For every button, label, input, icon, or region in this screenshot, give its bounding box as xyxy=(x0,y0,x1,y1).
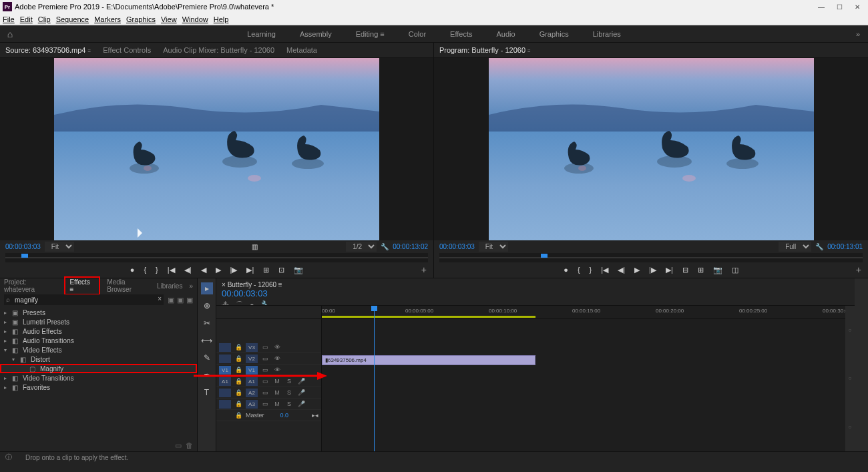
effects-tree-item[interactable]: ▾◧Video Effects xyxy=(0,345,197,355)
video-track-header[interactable]: 🔒V2▭👁 xyxy=(216,353,321,365)
menu-view[interactable]: View xyxy=(161,15,177,23)
new-bin-icon[interactable]: ▭ xyxy=(175,441,182,450)
play-icon[interactable]: ▶ xyxy=(216,266,221,274)
pg-export-frame-icon[interactable]: 📷 xyxy=(713,266,722,274)
tab-metadata[interactable]: Metadata xyxy=(286,46,317,54)
add-marker-icon[interactable]: ● xyxy=(130,266,135,274)
menu-edit[interactable]: Edit xyxy=(20,15,33,23)
workspace-assembly[interactable]: Assembly xyxy=(300,30,332,38)
workspace-graphics[interactable]: Graphics xyxy=(539,30,569,38)
pg-step-back-icon[interactable]: ◀| xyxy=(618,266,625,274)
overwrite-icon[interactable]: ⊡ xyxy=(278,266,284,274)
pg-extract-icon[interactable]: ⊞ xyxy=(698,266,704,274)
timeline-clip[interactable]: ▮ 634937506.mp4 xyxy=(322,355,535,365)
workspace-menu-icon[interactable]: ≡ xyxy=(380,30,384,38)
effects-tree-item[interactable]: ▸▣Presets xyxy=(0,308,197,317)
tab-project[interactable]: Project: whatevera xyxy=(4,278,57,293)
menu-sequence[interactable]: Sequence xyxy=(56,15,89,23)
timeline-zoom-scrollers[interactable]: ○○○ xyxy=(845,306,855,451)
program-zoom-select[interactable]: Full xyxy=(779,242,811,252)
menu-window[interactable]: Window xyxy=(182,15,208,23)
tab-media-browser[interactable]: Media Browser xyxy=(107,278,150,293)
effects-tree-item[interactable]: ▸◧Audio Transitions xyxy=(0,336,197,345)
effects-tree-item[interactable]: ▸▣Lumetri Presets xyxy=(0,317,197,326)
insert-icon[interactable]: ⊞ xyxy=(263,266,269,274)
menu-file[interactable]: File xyxy=(3,15,15,23)
workspace-overflow-icon[interactable]: » xyxy=(848,30,868,38)
button-editor-icon[interactable]: + xyxy=(421,264,427,275)
pg-go-to-in-icon[interactable]: |◀ xyxy=(601,266,608,274)
audio-track-header[interactable]: 🔒A2▭MS🎤 xyxy=(216,387,321,399)
ripple-edit-tool[interactable]: ✂ xyxy=(201,317,213,329)
selection-tool[interactable]: ▸ xyxy=(201,282,213,294)
workspace-effects[interactable]: Effects xyxy=(450,30,472,38)
mark-in-icon[interactable]: { xyxy=(144,266,146,274)
pg-button-editor-icon[interactable]: + xyxy=(856,264,861,275)
32bit-fx-icon[interactable]: ▣ xyxy=(177,296,184,304)
timeline-ruler[interactable]: 00:0000:00:05:0000:00:10:0000:00:15:0000… xyxy=(322,306,845,319)
sequence-tab[interactable]: × Butterfly - 12060 ≡ xyxy=(222,281,849,288)
menu-clip[interactable]: Clip xyxy=(38,15,51,23)
panel-overflow-icon[interactable]: » xyxy=(189,282,193,290)
audio-track-header[interactable]: A1🔒A1▭MS🎤 xyxy=(216,376,321,387)
pg-mark-in-icon[interactable]: { xyxy=(578,266,580,274)
effects-tree-item[interactable]: ▾◧Distort xyxy=(0,355,197,364)
timeline-timecode[interactable]: 00:00:03:03 xyxy=(222,288,268,298)
program-settings-icon[interactable]: 🔧 xyxy=(815,243,823,250)
tab-effects[interactable]: Effects ≡ xyxy=(64,276,100,295)
effects-tree-item[interactable]: ▢Magnify xyxy=(0,364,197,373)
export-frame-icon[interactable]: 📷 xyxy=(294,266,303,274)
pg-mark-out-icon[interactable]: } xyxy=(590,266,592,274)
effects-search-input[interactable] xyxy=(4,294,164,305)
source-zoom-select[interactable]: 1/2 xyxy=(346,242,377,252)
video-track-header[interactable]: 🔒V3▭👁 xyxy=(216,342,321,353)
accelerated-fx-icon[interactable]: ▣ xyxy=(168,296,174,304)
pg-step-forward-icon[interactable]: |▶ xyxy=(649,266,656,274)
tab-program[interactable]: Program: Butterfly - 12060 ≡ xyxy=(439,46,531,54)
source-scrubber[interactable] xyxy=(5,253,428,262)
razor-tool[interactable]: ⟷ xyxy=(201,334,213,346)
home-button[interactable]: ⌂ xyxy=(0,29,20,39)
audio-track-header[interactable]: 🔒A3▭MS🎤 xyxy=(216,399,321,410)
program-fit-select[interactable]: Fit xyxy=(479,242,508,252)
effects-tree-item[interactable]: ▸◧Favorites xyxy=(0,383,197,392)
type-tool[interactable]: T xyxy=(201,387,213,399)
tracks-area[interactable]: 00:0000:00:05:0000:00:10:0000:00:15:0000… xyxy=(322,306,845,451)
video-track-header[interactable]: V1🔒V1▭👁 xyxy=(216,365,321,376)
play-reverse-icon[interactable]: ◀ xyxy=(201,266,206,274)
source-safe-margins-icon[interactable]: ▥ xyxy=(252,243,258,250)
source-fit-select[interactable]: Fit xyxy=(45,242,74,252)
step-back-icon[interactable]: ◀| xyxy=(184,266,192,274)
pg-add-marker-icon[interactable]: ● xyxy=(564,266,568,274)
pen-tool[interactable]: ✒ xyxy=(201,369,213,381)
go-to-in-icon[interactable]: |◀ xyxy=(168,266,175,274)
source-timecode[interactable]: 00:00:03:03 xyxy=(5,243,41,250)
delete-icon[interactable]: 🗑 xyxy=(186,441,193,449)
source-viewer[interactable] xyxy=(0,58,433,240)
menu-markers[interactable]: Markers xyxy=(94,15,121,23)
master-chevron-icon[interactable]: ▸◂ xyxy=(312,412,318,419)
minimize-button[interactable]: — xyxy=(818,3,825,11)
effects-tree-item[interactable]: ▸◧Video Transitions xyxy=(0,373,197,383)
step-forward-icon[interactable]: |▶ xyxy=(230,266,238,274)
tab-libraries[interactable]: Libraries xyxy=(157,282,182,290)
track-select-tool[interactable]: ⊕ xyxy=(201,300,213,312)
effects-tree-item[interactable]: ▸◧Audio Effects xyxy=(0,326,197,336)
pg-go-to-out-icon[interactable]: ▶| xyxy=(666,266,673,274)
program-timecode[interactable]: 00:00:03:03 xyxy=(439,243,475,250)
workspace-audio[interactable]: Audio xyxy=(497,30,515,38)
pg-comparison-icon[interactable]: ◫ xyxy=(732,266,738,274)
program-viewer[interactable] xyxy=(434,58,868,240)
source-settings-icon[interactable]: 🔧 xyxy=(381,243,389,250)
maximize-button[interactable]: ☐ xyxy=(837,3,843,11)
pg-lift-icon[interactable]: ⊟ xyxy=(682,266,688,274)
timeline-playhead[interactable] xyxy=(374,306,375,451)
workspace-color[interactable]: Color xyxy=(409,30,426,38)
program-scrubber[interactable] xyxy=(439,253,863,262)
tab-audio-clip-mixer[interactable]: Audio Clip Mixer: Butterfly - 12060 xyxy=(163,46,274,54)
clear-search-icon[interactable]: × xyxy=(158,295,162,302)
yuv-fx-icon[interactable]: ▣ xyxy=(186,296,193,304)
slip-tool[interactable]: ✎ xyxy=(201,352,213,364)
menu-graphics[interactable]: Graphics xyxy=(126,15,156,23)
tab-source[interactable]: Source: 634937506.mp4 ≡ xyxy=(5,46,91,54)
